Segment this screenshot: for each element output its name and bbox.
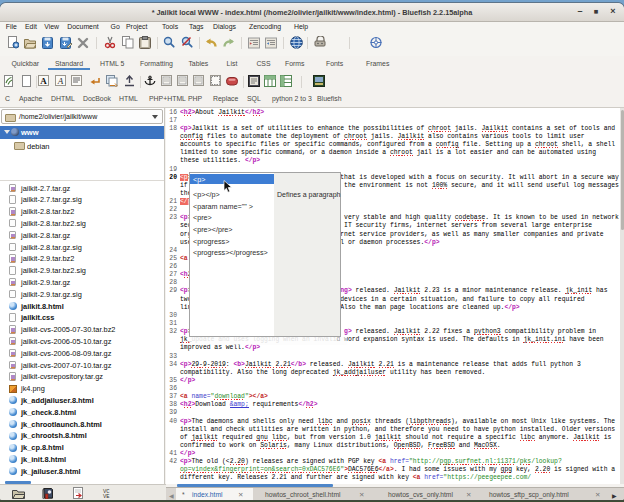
svg-text:VE: VE [103,493,110,499]
svg-text:A: A [40,76,47,86]
svg-text:A: A [57,76,64,86]
